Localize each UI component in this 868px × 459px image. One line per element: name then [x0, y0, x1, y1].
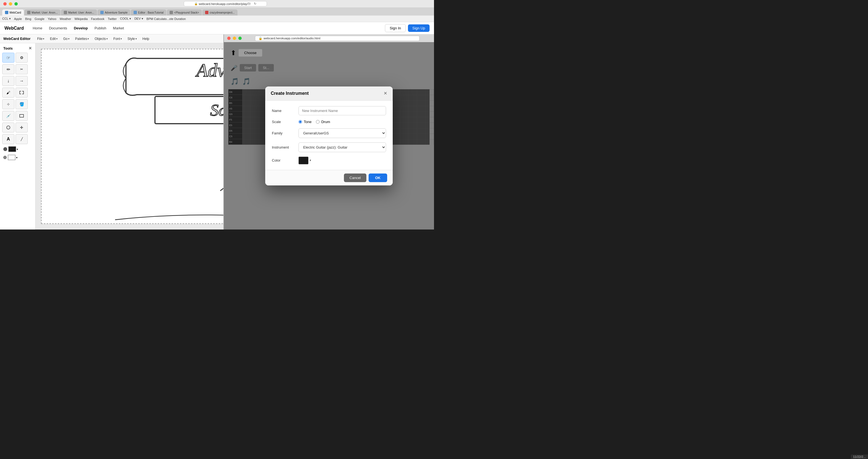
drum-radio[interactable] — [316, 120, 319, 124]
bookmark-weather[interactable]: Weather — [60, 17, 71, 21]
tab-label-market2: Market: User: Anon... — [68, 11, 94, 14]
tab-playground[interactable]: <Playground Stack> — [167, 9, 202, 16]
menu-file[interactable]: File ▾ — [35, 36, 46, 42]
tab-market2[interactable]: Market: User: Anon... — [61, 9, 97, 16]
bookmark-cool[interactable]: COOL ▾ — [120, 17, 131, 21]
settings-tool[interactable]: ⚙ — [16, 53, 28, 63]
editor-logo: WebCard Editor — [3, 37, 30, 41]
fill-color-arrow[interactable]: ▾ — [17, 148, 18, 151]
tool-row-brush: 🖌 — [2, 88, 33, 98]
signup-button[interactable]: Sign Up — [408, 24, 430, 32]
pencil-tool[interactable]: ✏ — [2, 64, 14, 74]
drum-radio-label[interactable]: Drum — [316, 120, 330, 124]
menu-objects[interactable]: Objects ▾ — [92, 36, 110, 42]
menu-font[interactable]: Font ▾ — [111, 36, 124, 42]
tab-crazydream[interactable]: crazydreamproject... — [202, 9, 238, 16]
down-arrow-tool[interactable]: ↓ — [2, 76, 14, 86]
tab-label-basictutorial: Editor : BasicTutorial — [138, 11, 163, 14]
favicon-market2 — [64, 11, 67, 14]
editor-container: WebCard Editor File ▾ Edit ▾ Go ▾ Palett… — [0, 34, 434, 230]
cancel-button[interactable]: Cancel — [344, 174, 366, 182]
menu-edit[interactable]: Edit ▾ — [48, 36, 60, 42]
tone-label: Tone — [304, 120, 311, 124]
brush-tool[interactable]: 🖌 — [2, 88, 14, 98]
bookmark-wikipedia[interactable]: Wikipedia — [74, 17, 88, 21]
dialog-scale-row: Scale Tone Drum — [272, 120, 386, 124]
favicon-playground — [169, 11, 173, 14]
fill-color-swatch-container: ▾ — [8, 146, 18, 152]
menu-help[interactable]: Help — [140, 36, 152, 42]
tone-radio[interactable] — [299, 120, 302, 124]
tone-radio-label[interactable]: Tone — [299, 120, 311, 124]
eyedropper-tool[interactable]: 💉 — [2, 111, 14, 121]
editor-body: Tools ✕ ☞ ⚙ ✏ ✂ — [0, 43, 434, 230]
bookmark-apple[interactable]: Apple — [14, 17, 22, 21]
stroke-color-arrow[interactable]: ▾ — [16, 156, 18, 159]
bookmark-bpm[interactable]: BPM Calculato...ote Duration — [147, 17, 186, 21]
nav-documents[interactable]: Documents — [46, 22, 71, 34]
name-input[interactable] — [299, 106, 386, 115]
tab-adventure[interactable]: Adventure Sample — [98, 9, 130, 16]
instrument-select[interactable]: Electric Guitar (jazz): Guitar — [299, 143, 386, 152]
bookmark-ccl[interactable]: CCL ▾ — [2, 17, 11, 21]
color-picker-arrow[interactable]: ▾ — [310, 158, 311, 162]
tab-market1[interactable]: Market: User: Anon... — [24, 9, 60, 16]
menu-go[interactable]: Go ▾ — [61, 36, 72, 42]
nav-market[interactable]: Market — [110, 22, 127, 34]
right-arrow-tool[interactable]: → — [16, 76, 28, 86]
refresh-icon[interactable]: ↻ — [254, 2, 256, 5]
bookmark-dev[interactable]: DEV ▾ — [134, 17, 143, 21]
select-tool[interactable]: ☞ — [2, 53, 14, 63]
bookmark-google[interactable]: Google — [35, 17, 44, 21]
bookmark-bing[interactable]: Bing — [25, 17, 31, 21]
tools-close-button[interactable]: ✕ — [29, 46, 32, 51]
dialog-name-row: Name — [272, 106, 386, 115]
bookmark-twitter[interactable]: Twitter — [108, 17, 117, 21]
bookmark-yahoo[interactable]: Yahoo — [48, 17, 56, 21]
minimize-button[interactable] — [9, 2, 12, 5]
dialog-overlay: Create Instrument ✕ Name Scale — [224, 43, 434, 230]
palettes-arrow: ▾ — [88, 37, 89, 40]
maximize-button[interactable] — [14, 2, 18, 5]
color-picker-swatch[interactable] — [299, 157, 308, 164]
fill-color-swatch[interactable] — [8, 146, 16, 152]
stroke-color-swatch[interactable] — [8, 155, 16, 160]
eyedrop2-tool[interactable]: ╱ — [16, 134, 28, 144]
favicon-crazydream — [205, 11, 209, 14]
circle-icon — [6, 126, 10, 129]
family-label: Family — [272, 131, 294, 135]
name-label: Name — [272, 109, 294, 113]
tool-row-draw: ✏ ✂ — [2, 64, 33, 74]
stroke-color-swatch-container: ▾ — [8, 155, 18, 160]
dialog-instrument-row: Instrument Electric Guitar (jazz): Guita… — [272, 143, 386, 152]
nav-home[interactable]: Home — [29, 22, 46, 34]
nav-develop[interactable]: Develop — [70, 22, 91, 34]
tab-basictutorial[interactable]: Editor : BasicTutorial — [131, 9, 166, 16]
url-bar-inner[interactable]: 🔒 webcard.herokuapp.com/editor/play/7/ ↻ — [184, 1, 267, 6]
dialog-close-button[interactable]: ✕ — [383, 91, 387, 96]
move-icon: ✛ — [20, 125, 23, 130]
menu-palettes[interactable]: Palettes ▾ — [73, 36, 91, 42]
tab-webcardeditor[interactable]: WebCard — [2, 9, 24, 16]
bookmark-facebook[interactable]: Facebook — [91, 17, 104, 21]
move-tool[interactable]: ✛ — [16, 123, 28, 132]
color-picker-row: ▾ — [299, 157, 311, 164]
signin-button[interactable]: Sign In — [385, 24, 405, 32]
transform-tool[interactable]: ⊹ — [2, 99, 14, 109]
family-select[interactable]: GeneralUserGS — [299, 128, 386, 138]
dialog-color-row: Color ▾ — [272, 157, 386, 164]
dialog-body: Name Scale Tone — [265, 101, 393, 170]
menu-style[interactable]: Style ▾ — [125, 36, 139, 42]
fill-tool[interactable]: 🪣 — [16, 99, 28, 109]
rect-tool[interactable] — [16, 111, 28, 121]
color-row-stroke: ▾ — [2, 154, 33, 161]
ok-button[interactable]: OK — [369, 174, 388, 182]
circle-tool[interactable] — [2, 123, 14, 132]
app-nav: WebCard Home Documents Develop Publish M… — [0, 22, 434, 34]
eraser-tool[interactable]: ✂ — [16, 64, 28, 74]
close-button[interactable] — [3, 2, 7, 5]
text-tool[interactable]: A — [2, 134, 14, 144]
eyedropper-icon: 💉 — [6, 114, 11, 118]
nav-publish[interactable]: Publish — [91, 22, 110, 34]
rect-select-tool[interactable] — [16, 88, 28, 98]
